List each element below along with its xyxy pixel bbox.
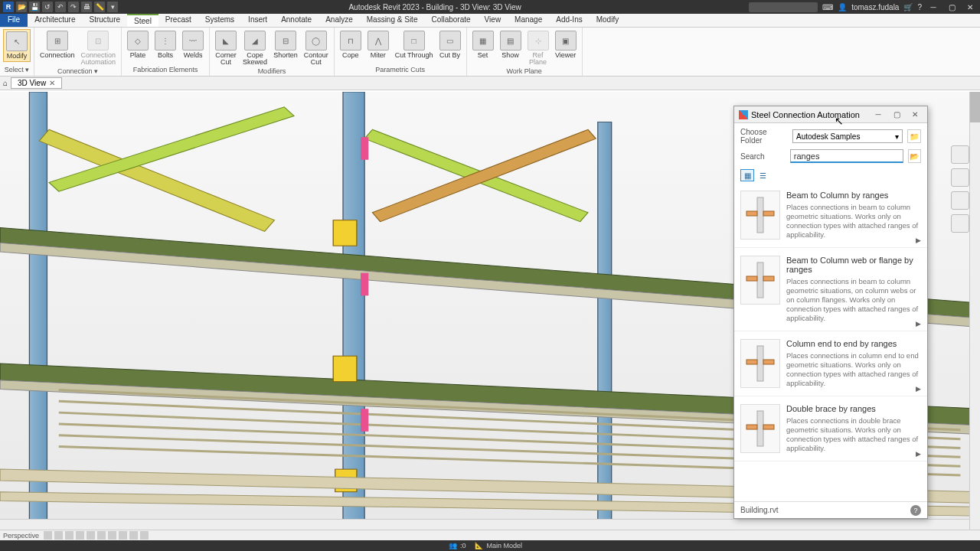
ribbon-label: Connection [40,52,75,59]
ribbon-miter-button[interactable]: ⋀Miter [365,29,391,60]
search-input[interactable] [790,149,903,163]
nav-pan-icon[interactable] [951,168,969,187]
choose-folder-dropdown[interactable]: Autodesk Samples ▾ [792,129,903,143]
nav-orbit-icon[interactable] [951,214,969,233]
tab-modify[interactable]: Modify [590,14,626,27]
tab-massing[interactable]: Massing & Site [360,14,425,27]
sync-icon[interactable]: ↺ [42,2,53,12]
ribbon-label: ConnectionAutomation [81,52,116,66]
play-icon[interactable]: ▶ [916,385,921,393]
panel-maximize-button[interactable]: ▢ [889,110,904,119]
crop-view-icon[interactable] [97,531,106,540]
nav-wheel-icon[interactable] [951,145,969,164]
help-icon[interactable]: ? [917,3,922,11]
ribbon-cope-skewed-button[interactable]: ◢CopeSkewed [240,29,270,67]
ribbon-connection-automation-button[interactable]: ⊡ConnectionAutomation [79,29,119,67]
open-file-button[interactable]: 📂 [908,149,921,163]
detail-level-icon[interactable] [44,531,52,540]
crop-region-icon[interactable] [108,531,116,540]
panel-titlebar[interactable]: Steel Connection Automation ─ ▢ ✕ [734,106,927,123]
tab-architecture[interactable]: Architecture [28,14,82,27]
tab-view[interactable]: View [478,14,508,27]
print-icon[interactable]: 🖶 [81,2,92,12]
result-item[interactable]: Column end to end by ranges Places conne… [734,331,927,396]
ribbon-connection-button[interactable]: ⊞Connection [38,29,77,60]
hide-isolate-icon[interactable] [129,531,138,540]
measure-icon[interactable]: 📏 [94,2,105,12]
home-icon[interactable]: ⌂ [3,79,8,87]
play-icon[interactable]: ▶ [916,236,921,244]
minimize-button[interactable]: ─ [926,3,940,11]
horizontal-scrollbar[interactable] [0,519,969,530]
ribbon-welds-button[interactable]: 〰Welds [180,29,206,60]
maximize-button[interactable]: ▢ [945,3,959,11]
tab-insert[interactable]: Insert [241,14,274,27]
nav-zoom-icon[interactable] [951,191,969,210]
tab-addins[interactable]: Add-Ins [549,14,589,27]
vertical-scrollbar[interactable] [969,92,980,530]
ribbon-plate-button[interactable]: ◇Plate [125,29,151,60]
ribbon-cut-by-button[interactable]: ▭Cut By [437,29,463,60]
tab-systems[interactable]: Systems [198,14,241,27]
qat-more-icon[interactable]: ▾ [107,2,118,12]
model-icon[interactable]: 📐 [475,542,483,549]
ribbon-cut-through-button[interactable]: □Cut Through [393,29,436,60]
panel-help-button[interactable]: ? [910,505,921,516]
play-icon[interactable]: ▶ [916,320,921,328]
panel-close-button[interactable]: ✕ [907,110,923,119]
ribbon-bolts-button[interactable]: ⋮Bolts [152,29,178,60]
play-icon[interactable]: ▶ [916,450,921,458]
open-icon[interactable]: 📂 [16,2,27,12]
results-list[interactable]: Beam to Column by ranges Places connecti… [734,183,927,501]
user-icon[interactable]: 👤 [838,3,847,11]
save-icon[interactable]: 💾 [29,2,40,12]
tab-steel[interactable]: Steel [127,14,158,27]
list-view-toggle[interactable]: ☰ [756,169,769,181]
titlebar-search-input[interactable] [749,2,818,12]
rendering-icon[interactable] [87,531,95,540]
result-item[interactable]: Beam to Column by ranges Places connecti… [734,183,927,248]
ribbon-ref-plane-button[interactable]: ⊹RefPlane [525,29,551,67]
ribbon-cope-button[interactable]: ⊓Cope [338,29,364,60]
ribbon-viewer-button[interactable]: ▣Viewer [553,29,579,60]
svg-rect-19 [333,356,357,382]
worksets-icon[interactable]: 👥 [449,542,457,549]
result-desc: Places connections in double brace geome… [786,416,921,453]
keyboard-icon[interactable]: ⌨ [822,3,833,11]
ribbon-panel-title: Modifiers [213,67,331,76]
svg-rect-28 [763,211,774,216]
tab-annotate[interactable]: Annotate [274,14,318,27]
visual-style-icon[interactable] [54,531,63,540]
revit-logo-icon[interactable]: R [3,2,14,12]
main-model-dropdown[interactable]: Main Model [486,542,522,549]
tab-structure[interactable]: Structure [82,14,127,27]
tab-precast[interactable]: Precast [158,14,198,27]
ribbon-modify-button[interactable]: ↖Modify [3,29,31,62]
view-tab-3d[interactable]: 3D View ✕ [11,77,62,89]
lock-3d-icon[interactable] [119,531,127,540]
ribbon-contour-cut-button[interactable]: ◯ContourCut [302,29,331,67]
cart-icon[interactable]: 🛒 [903,3,913,11]
reveal-hidden-icon[interactable] [140,531,149,540]
tab-analyze[interactable]: Analyze [318,14,360,27]
grid-view-toggle[interactable]: ▦ [740,169,754,181]
sun-path-icon[interactable] [65,531,74,540]
result-item[interactable]: Double brace by ranges Places connection… [734,396,927,461]
result-item[interactable]: Beam to Column web or flange by ranges P… [734,248,927,331]
shadows-icon[interactable] [76,531,84,540]
redo-icon[interactable]: ↷ [68,2,79,12]
close-view-icon[interactable]: ✕ [49,79,55,87]
undo-icon[interactable]: ↶ [55,2,66,12]
tab-manage[interactable]: Manage [508,14,549,27]
tab-collaborate[interactable]: Collaborate [424,14,477,27]
browse-folder-button[interactable]: 📁 [907,129,921,143]
ribbon-shorten-button[interactable]: ⊟Shorten [271,29,300,60]
ribbon-show-button[interactable]: ▤Show [498,29,524,60]
file-menu[interactable]: File [0,14,28,27]
ribbon-set-button[interactable]: ▦Set [470,29,496,60]
ribbon-corner-cut-button[interactable]: ◣CornerCut [213,29,239,67]
user-name[interactable]: tomasz.fudala [851,3,899,11]
ribbon-label: Modify [7,53,28,60]
close-button[interactable]: ✕ [963,3,977,11]
panel-minimize-button[interactable]: ─ [871,110,886,119]
